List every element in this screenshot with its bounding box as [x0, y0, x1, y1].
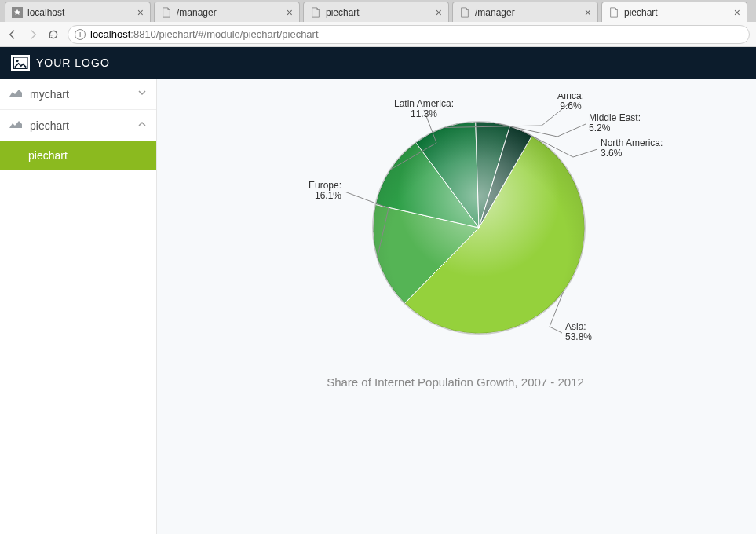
browser-tab[interactable]: /manager × [154, 2, 300, 22]
browser-tab-strip: localhost × /manager × piechart × /manag… [0, 0, 756, 22]
tab-label: localhost [27, 7, 137, 18]
tab-label: /manager [177, 7, 287, 18]
tab-label: piechart [326, 7, 436, 18]
close-icon[interactable]: × [436, 7, 442, 18]
browser-tab[interactable]: localhost × [5, 2, 151, 22]
chart-title: Share of Internet Population Growth, 200… [220, 375, 691, 389]
favicon-page-icon [161, 7, 172, 18]
tab-label: /manager [475, 7, 585, 18]
svg-point-2 [16, 60, 18, 62]
sidebar: mychart piechart piechart [0, 79, 157, 534]
forward-button[interactable] [27, 28, 39, 41]
pie-slice-label: Europe:16.1% [309, 180, 341, 201]
pie-slice-label: Africa:9.6% [557, 94, 584, 112]
url-path: /piechart/#/module/piechart/piechart [156, 28, 319, 40]
image-icon [11, 55, 30, 71]
browser-tab[interactable]: piechart × [601, 2, 747, 22]
area-chart-icon [9, 88, 24, 100]
main-area: mychart piechart piechart Asia:53.8%Euro… [0, 79, 756, 534]
pie-slice-label: North America:3.6% [601, 137, 663, 159]
favicon-page-icon [608, 7, 619, 18]
close-icon[interactable]: × [287, 7, 293, 18]
app-header: YOUR LOGO [0, 47, 756, 79]
site-info-icon[interactable]: i [75, 29, 86, 40]
reload-button[interactable] [47, 28, 60, 41]
close-icon[interactable]: × [734, 7, 740, 18]
browser-toolbar: i localhost:8810/piechart/#/module/piech… [0, 22, 756, 47]
pie-slice-label: Latin America:11.3% [394, 98, 454, 119]
close-icon[interactable]: × [585, 7, 591, 18]
url-bar[interactable]: i localhost:8810/piechart/#/module/piech… [68, 25, 750, 44]
sidebar-item-piechart[interactable]: piechart [0, 110, 156, 141]
pie-slice-label: Middle East:5.2% [589, 112, 641, 134]
favicon-star-icon [12, 7, 23, 18]
chevron-up-icon [137, 119, 147, 131]
logo-text: YOUR LOGO [36, 57, 110, 69]
url-host: localhost [90, 28, 130, 40]
favicon-page-icon [310, 7, 321, 18]
pie-chart: Asia:53.8%Europe:16.1%Latin America:11.3… [188, 94, 691, 389]
pie-slice-label: Asia:53.8% [565, 321, 592, 342]
browser-tab[interactable]: /manager × [452, 2, 598, 22]
tab-label: piechart [624, 7, 734, 18]
back-button[interactable] [6, 28, 19, 41]
close-icon[interactable]: × [137, 7, 144, 18]
app-logo[interactable]: YOUR LOGO [11, 55, 110, 71]
sidebar-item-mychart[interactable]: mychart [0, 79, 156, 110]
area-chart-icon [9, 119, 24, 131]
browser-tab[interactable]: piechart × [303, 2, 449, 22]
content-pane: Asia:53.8%Europe:16.1%Latin America:11.3… [157, 79, 756, 534]
sidebar-subitem-label: piechart [28, 149, 68, 162]
sidebar-subitem-piechart[interactable]: piechart [0, 141, 156, 170]
sidebar-item-label: piechart [30, 119, 137, 132]
chevron-down-icon [137, 88, 147, 100]
url-port: :8810 [130, 28, 156, 40]
sidebar-item-label: mychart [30, 88, 137, 101]
favicon-page-icon [459, 7, 470, 18]
